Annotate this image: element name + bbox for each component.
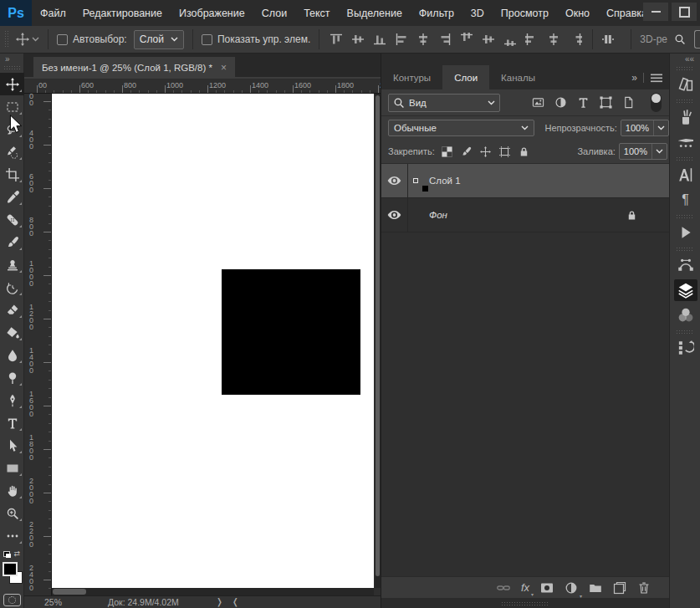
menu-item-3[interactable]: Слои [253,0,295,26]
lasso-tool[interactable] [0,118,24,141]
align-vertical-centers-icon[interactable] [351,33,365,46]
clone-stamp-tool[interactable] [0,253,24,276]
menu-item-7[interactable]: 3D [462,0,493,26]
filter-toggle-switch[interactable] [651,93,662,112]
layer-style-fx-button[interactable]: fx▾ [521,582,529,593]
maximize-button[interactable] [672,3,697,21]
dock-panel-history[interactable] [670,335,700,360]
more-tools-tool[interactable] [0,524,24,547]
paint-bucket-tool[interactable] [0,321,24,344]
dock-collapse-button[interactable]: «« [670,54,700,64]
filter-image-icon[interactable] [532,96,544,109]
dock-panel-brush-presets[interactable] [670,105,700,130]
canvas[interactable] [52,94,374,588]
vertical-scrollbar[interactable] [375,94,381,588]
dock-group-grip[interactable] [676,156,694,161]
rectangle-tool[interactable] [0,457,24,479]
document-tab[interactable]: Без имени-1 @ 25% (Слой 1, RGB/8) * × [33,57,235,79]
distribute-bottom-edges-icon[interactable] [503,33,517,46]
fill-field[interactable]: 100% [619,143,667,160]
link-layers-button[interactable] [497,581,510,595]
lock-artboard-icon[interactable] [499,146,510,157]
swap-colors-icon[interactable]: ⇄ [13,550,20,558]
blend-mode-select[interactable]: Обычные [388,120,534,136]
menu-item-5[interactable]: Выделение [339,0,411,26]
add-layer-mask-button[interactable] [540,581,554,595]
spot-healing-tool[interactable] [0,208,24,231]
panel-tab-каналы[interactable]: Каналы [489,65,547,89]
status-chevron-right[interactable]: ❭ [216,596,223,606]
rectangular-marquee-tool[interactable] [0,95,24,118]
opacity-field[interactable]: 100% [621,120,669,136]
workspace-button-partial[interactable] [694,30,700,49]
align-left-edges-icon[interactable] [395,33,408,46]
align-top-edges-icon[interactable] [330,33,343,46]
align-bottom-edges-icon[interactable] [373,33,386,46]
hand-tool[interactable] [0,479,24,502]
search-icon[interactable] [674,33,686,45]
status-chevron-left[interactable]: ❬ [232,596,239,606]
options-grip[interactable] [4,30,10,49]
quick-selection-tool[interactable] [0,141,24,163]
dock-group-grip[interactable] [676,214,694,218]
zoom-tool[interactable] [0,502,24,524]
layer-visibility-toggle[interactable] [381,198,408,232]
menu-item-8[interactable]: Просмотр [493,0,557,26]
lock-all-icon[interactable] [519,146,529,157]
layer-row-фон[interactable]: Фон [381,198,669,232]
default-colors-icon[interactable] [3,551,11,558]
distribute-top-edges-icon[interactable] [460,33,473,46]
menu-item-9[interactable]: Окно [557,0,598,26]
distribute-spacing-icon[interactable] [601,33,615,46]
new-layer-button[interactable] [613,581,626,595]
distribute-left-edges-icon[interactable] [525,33,539,46]
distribute-right-edges-icon[interactable] [569,33,582,46]
autoselect-target-select[interactable]: Слой [134,30,184,49]
close-tab-icon[interactable]: × [221,62,227,74]
autoselect-checkbox[interactable] [57,34,68,45]
dock-panel-brush-settings[interactable] [670,130,700,155]
pen-tool[interactable] [0,389,24,411]
lock-pixels-icon[interactable] [461,146,472,157]
menu-item-4[interactable]: Текст [295,0,338,26]
dock-panel-character[interactable] [670,162,700,187]
eyedropper-tool[interactable] [0,186,24,208]
quick-mask-button[interactable] [3,594,21,606]
horizontal-scrollbar[interactable] [52,588,374,595]
move-tool[interactable] [0,73,24,95]
align-right-edges-icon[interactable] [438,33,452,46]
dock-panel-layers[interactable] [670,278,700,303]
history-brush-tool[interactable] [0,276,24,299]
layer-row-слой-1[interactable]: Слой 1 [381,164,669,198]
dock-panel-libraries[interactable] [670,72,700,97]
type-tool[interactable] [0,411,24,434]
panel-tab-контуры[interactable]: Контуры [381,65,442,89]
filter-smart-object-icon[interactable] [622,96,635,109]
brush-tool[interactable] [0,231,24,253]
crop-tool[interactable] [0,163,24,186]
distribute-horizontal-centers-icon[interactable] [547,33,560,46]
menu-item-2[interactable]: Изображение [171,0,253,26]
path-selection-tool[interactable] [0,434,24,457]
eraser-tool[interactable] [0,299,24,321]
lock-transparency-icon[interactable] [442,146,452,157]
zoom-level-field[interactable]: 25% [44,597,62,607]
filter-type-icon[interactable] [577,96,590,109]
panel-collapse-icon[interactable]: » [631,72,636,84]
menu-item-1[interactable]: Редактирование [74,0,171,26]
dock-panel-paths[interactable] [670,253,700,278]
layer-visibility-toggle[interactable] [381,164,408,197]
delete-layer-button[interactable] [637,581,651,595]
menu-item-6[interactable]: Фильтр [411,0,462,26]
new-adjustment-layer-button[interactable]: ▾ [565,581,578,595]
lock-position-icon[interactable] [480,146,491,157]
distribute-vertical-centers-icon[interactable] [482,33,495,46]
toolbar-grip[interactable] [3,65,20,70]
toolbar-expand-button[interactable]: » [0,54,23,64]
tool-preset-chevron-icon[interactable] [32,37,39,42]
dock-group-grip[interactable] [676,247,694,251]
dock-group-grip[interactable] [676,99,694,103]
layer-filter-select[interactable]: Вид [388,94,500,112]
vertical-scrollbar-thumb[interactable] [376,95,380,576]
panel-tab-слои[interactable]: Слои [442,65,489,89]
